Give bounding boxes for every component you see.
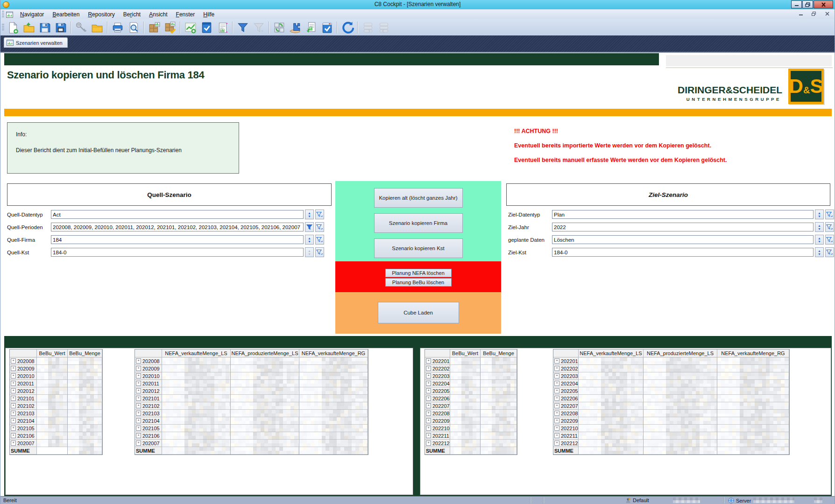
report-chart-icon[interactable] <box>215 21 229 35</box>
quell-field-input[interactable] <box>51 210 304 219</box>
expand-icon[interactable]: + <box>554 418 559 423</box>
row-header-period[interactable]: +202205 <box>425 387 450 395</box>
row-header-period[interactable]: +202103 <box>135 410 162 417</box>
ziel-field-input[interactable] <box>552 235 814 244</box>
row-header-period[interactable]: +202201 <box>553 357 579 365</box>
expand-icon[interactable]: + <box>554 358 559 364</box>
row-header-period[interactable]: +202101 <box>10 395 37 402</box>
button-planung-nefa-l-schen[interactable]: Planung NEFA löschen <box>385 269 452 277</box>
row-header-period[interactable]: +202105 <box>135 425 162 432</box>
filter-icon[interactable] <box>236 21 250 35</box>
row-header-period[interactable]: +202007 <box>10 440 37 447</box>
expand-icon[interactable]: + <box>426 381 431 386</box>
save-all-icon[interactable] <box>54 21 68 35</box>
spinner-button[interactable]: ▲▼ <box>305 235 314 245</box>
row-header-period[interactable]: +202207 <box>553 402 579 410</box>
column-header[interactable]: NEFA_produzierteMenge_LS <box>231 350 299 357</box>
row-header-period[interactable]: +202008 <box>10 357 37 365</box>
print-preview-icon[interactable] <box>127 21 141 35</box>
row-header-period[interactable]: +202212 <box>553 440 579 447</box>
print-icon[interactable] <box>111 21 125 35</box>
mdi-minimize-icon[interactable] <box>797 11 805 17</box>
mdi-restore-icon[interactable] <box>810 11 818 17</box>
row-header-period[interactable]: +202102 <box>10 402 37 410</box>
expand-icon[interactable]: + <box>426 418 431 423</box>
expand-icon[interactable]: + <box>554 381 559 386</box>
row-header-period[interactable]: +202012 <box>10 387 37 395</box>
row-header-period[interactable]: +202203 <box>553 372 579 380</box>
package-check-icon[interactable] <box>163 21 177 35</box>
column-header[interactable]: BeBu_Wert <box>450 350 481 357</box>
expand-icon[interactable]: + <box>136 433 141 438</box>
refresh-icon[interactable] <box>340 21 354 35</box>
filter-options-button[interactable] <box>825 247 834 257</box>
expand-icon[interactable]: + <box>136 358 141 364</box>
menu-item-bericht[interactable]: Bericht <box>119 10 145 19</box>
expand-icon[interactable]: + <box>11 396 16 401</box>
expand-icon[interactable]: + <box>136 403 141 408</box>
ziel-field-input[interactable] <box>552 223 814 231</box>
row-header-period[interactable]: +202008 <box>135 357 162 365</box>
expand-icon[interactable]: + <box>426 433 431 438</box>
row-header-period[interactable]: +202208 <box>553 410 579 417</box>
expand-icon[interactable]: + <box>554 403 559 408</box>
expand-icon[interactable]: + <box>426 366 431 371</box>
expand-icon[interactable]: + <box>136 381 141 386</box>
row-header-period[interactable]: +202101 <box>135 395 162 402</box>
row-header-period[interactable]: +202201 <box>425 357 450 365</box>
key-icon[interactable] <box>74 21 88 35</box>
chart-new-icon[interactable] <box>184 21 198 35</box>
restore-button[interactable] <box>802 0 813 8</box>
button-cube-laden[interactable]: Cube Laden <box>378 302 459 323</box>
menu-item-hilfe[interactable]: Hilfe <box>199 10 219 19</box>
expand-icon[interactable]: + <box>426 373 431 378</box>
open-folder-icon[interactable] <box>22 21 36 35</box>
column-header[interactable]: BeBu_Menge <box>481 350 517 357</box>
expand-icon[interactable]: + <box>11 403 16 408</box>
plugin-hand-icon[interactable] <box>288 21 302 35</box>
row-header-period[interactable]: +202010 <box>10 372 37 380</box>
row-header-period[interactable]: +202208 <box>425 410 450 417</box>
row-header-period[interactable]: +202010 <box>135 372 162 380</box>
button-kopieren-alt-l-scht-ganzes-jahr-[interactable]: Kopieren alt (löscht ganzes Jahr) <box>374 188 463 208</box>
menu-item-repository[interactable]: Repository <box>84 10 119 19</box>
row-header-period[interactable]: +202104 <box>135 417 162 425</box>
mdi-close-icon[interactable] <box>823 11 831 17</box>
column-header[interactable]: BeBu_Wert <box>37 350 68 357</box>
check-panel-2-icon[interactable] <box>320 21 334 35</box>
expand-icon[interactable]: + <box>426 403 431 408</box>
expand-icon[interactable]: + <box>554 396 559 401</box>
expand-icon[interactable]: + <box>136 373 141 378</box>
expand-icon[interactable]: + <box>554 388 559 393</box>
row-header-period[interactable]: +202203 <box>425 372 450 380</box>
expand-icon[interactable]: + <box>136 441 141 446</box>
button-planung-bebu-l-schen[interactable]: Planung BeBu löschen <box>385 278 452 287</box>
expand-icon[interactable]: + <box>136 426 141 431</box>
row-header-period[interactable]: +202209 <box>553 417 579 425</box>
spinner-button[interactable]: ▲▼ <box>815 235 824 245</box>
ziel-field-input[interactable] <box>552 210 814 219</box>
report-chart-2-icon[interactable] <box>304 21 318 35</box>
close-button[interactable] <box>814 0 833 8</box>
row-header-period[interactable]: +202209 <box>425 417 450 425</box>
filter-options-button[interactable] <box>315 235 324 245</box>
row-header-period[interactable]: +202104 <box>10 417 37 425</box>
ziel-field-input[interactable] <box>552 248 814 257</box>
row-header-period[interactable]: +202206 <box>553 395 579 402</box>
expand-icon[interactable]: + <box>554 366 559 371</box>
row-header-period[interactable]: +202204 <box>553 380 579 387</box>
filter-options-button[interactable] <box>825 235 834 245</box>
spinner-button[interactable]: ▲▼ <box>815 247 824 257</box>
filter-options-button[interactable] <box>315 222 324 232</box>
expand-icon[interactable]: + <box>426 388 431 393</box>
expand-icon[interactable]: + <box>11 388 16 393</box>
column-header[interactable]: NEFA_verkaufteMenge_RG <box>717 350 789 357</box>
filter-options-button[interactable] <box>825 210 834 219</box>
row-header-period[interactable]: +202009 <box>135 365 162 372</box>
menu-item-ansicht[interactable]: Ansicht <box>145 10 171 19</box>
expand-icon[interactable]: + <box>11 426 16 431</box>
spinner-button[interactable]: ▲▼ <box>815 210 824 219</box>
expand-icon[interactable]: + <box>554 373 559 378</box>
check-panel-icon[interactable] <box>199 21 213 35</box>
column-header[interactable]: NEFA_produzierteMenge_LS <box>644 350 717 357</box>
